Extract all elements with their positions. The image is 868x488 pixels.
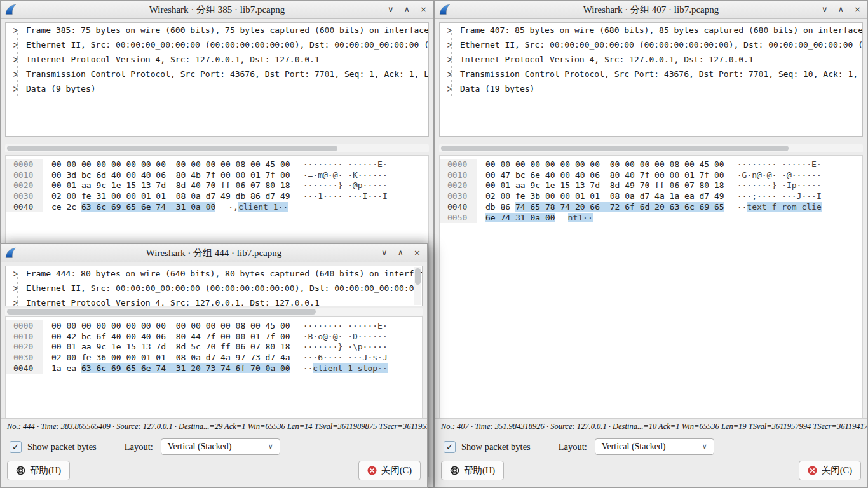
show-packet-bytes-checkbox[interactable]: ✓ [444, 441, 456, 453]
hex-row[interactable]: 001000 3d bc 6d 40 00 40 06 80 4b 7f 00 … [6, 170, 428, 180]
tree-row-label: Ethernet II, Src: 00:00:00_00:00:00 (00:… [26, 40, 429, 50]
close-button-label: 关闭(C) [822, 464, 852, 477]
hex-row[interactable]: 002000 01 aa 9c 1e 15 13 7d 8d 40 70 ff … [6, 180, 428, 191]
v-scrollbar-thumb[interactable] [415, 268, 421, 285]
maximize-button[interactable]: ∧ [398, 247, 404, 259]
close-window-button[interactable]: × [420, 4, 427, 15]
dialog-buttons: 帮助(H) 关闭(C) [7, 461, 421, 480]
hex-row[interactable]: 00506e 74 31 0a 00nt1·· [440, 212, 862, 223]
hex-offset: 0030 [440, 191, 477, 201]
packet-detail-tree: >Frame 385: 75 bytes on wire (600 bits),… [5, 22, 429, 137]
maximize-button[interactable]: ∧ [838, 4, 844, 15]
wireshark-logo-icon [4, 247, 17, 259]
hex-offset: 0010 [6, 331, 43, 342]
expand-chevron-icon[interactable]: > [13, 25, 22, 36]
maximize-button[interactable]: ∧ [404, 4, 410, 15]
expand-chevron-icon[interactable]: > [447, 39, 456, 50]
tree-row-ethernet[interactable]: >Ethernet II, Src: 00:00:00_00:00:00 (00… [6, 37, 428, 52]
hex-row[interactable]: 000000 00 00 00 00 00 00 00 00 00 00 00 … [6, 320, 422, 331]
horizontal-scrollbar[interactable] [5, 308, 423, 316]
expand-chevron-icon[interactable]: > [447, 25, 456, 36]
horizontal-scrollbar[interactable] [439, 144, 863, 152]
packet-status-line: No.: 444 · Time: 383.865565409 · Source:… [1, 418, 427, 431]
hex-row[interactable]: 00401a ea 63 6c 69 65 6e 74 31 20 73 74 … [6, 363, 422, 374]
expand-chevron-icon[interactable]: > [13, 283, 22, 294]
tree-row-data[interactable]: >Data (9 bytes) [6, 81, 428, 96]
titlebar[interactable]: Wireshark · 分组 407 · lib7.pcapng ∨ ∧ × [435, 1, 867, 19]
ascii-text: ···1···· ···I···I [303, 191, 388, 201]
expand-chevron-icon[interactable]: > [13, 54, 22, 65]
hex-row[interactable]: 002000 01 aa 9c 1e 15 13 7d 8d 49 70 ff … [440, 180, 862, 191]
vertical-scrollbar[interactable] [414, 267, 421, 305]
tree-row-label: Frame 385: 75 bytes on wire (600 bits), … [26, 25, 429, 35]
close-circle-icon [808, 466, 817, 475]
hex-row[interactable]: 003002 00 fe 3b 00 00 01 01 08 0a d7 4a … [440, 191, 862, 201]
checkmark-icon: ✓ [446, 443, 453, 451]
expand-chevron-icon[interactable]: > [447, 54, 456, 65]
expand-chevron-icon[interactable]: > [13, 83, 22, 94]
hex-row[interactable]: 002000 01 aa 9c 1e 15 13 7d 8d 5c 70 ff … [6, 342, 422, 353]
tree-row-ethernet[interactable]: >Ethernet II, Src: 00:00:00_00:00:00 (00… [440, 37, 862, 52]
hex-bytes-selected: 63 6c 69 65 6e 74 31 0a 00 [81, 202, 215, 212]
packet-detail-tree: >Frame 407: 85 bytes on wire (680 bits),… [439, 22, 863, 137]
hex-row[interactable]: 0040db 86 74 65 78 74 20 66 72 6f 6d 20 … [440, 201, 862, 212]
h-scrollbar-thumb[interactable] [7, 309, 316, 315]
expand-chevron-icon[interactable]: > [13, 268, 22, 279]
ascii-selected: nt1·· [568, 213, 593, 222]
hex-row[interactable]: 003002 00 fe 36 00 00 01 01 08 0a d7 4a … [6, 352, 422, 363]
tree-row-ethernet[interactable]: >Ethernet II, Src: 00:00:00_00:00:00 (00… [6, 281, 422, 295]
help-button[interactable]: 帮助(H) [441, 461, 504, 480]
tree-row-ip[interactable]: >Internet Protocol Version 4, Src: 127.0… [440, 52, 862, 67]
close-dialog-button[interactable]: 关闭(C) [799, 461, 861, 480]
hex-offset: 0010 [6, 170, 43, 180]
hex-offset: 0030 [6, 191, 43, 201]
hex-dump-panel: 000000 00 00 00 00 00 00 00 00 00 00 00 … [439, 155, 863, 419]
hex-bytes-selected: 6e 74 31 0a 00 [485, 213, 555, 222]
hex-row[interactable]: 000000 00 00 00 00 00 00 00 00 00 00 00 … [6, 159, 428, 170]
hex-row[interactable]: 001000 47 bc 6e 40 00 40 06 80 40 7f 00 … [440, 170, 862, 180]
tree-row-frame[interactable]: >Frame 444: 80 bytes on wire (640 bits),… [6, 266, 422, 281]
ascii-text: ···6···· ···J·s·J [303, 353, 388, 362]
minimize-button[interactable]: ∨ [381, 247, 388, 259]
window-controls: ∨ ∧ × [388, 4, 427, 15]
help-icon [16, 466, 25, 475]
close-dialog-button[interactable]: 关闭(C) [358, 461, 421, 480]
show-packet-bytes-label: Show packet bytes [461, 442, 531, 452]
expand-chevron-icon[interactable]: > [13, 297, 22, 306]
tree-row-data[interactable]: >Data (19 bytes) [440, 81, 862, 96]
hex-row[interactable]: 000000 00 00 00 00 00 00 00 00 00 00 00 … [440, 159, 862, 170]
tree-row-tcp[interactable]: >Transmission Control Protocol, Src Port… [440, 67, 862, 81]
close-window-button[interactable]: × [414, 247, 421, 259]
hex-bytes: 00 00 00 00 00 00 00 00 00 00 00 00 08 0… [51, 159, 290, 169]
h-scrollbar-thumb[interactable] [7, 146, 337, 151]
tree-row-ip[interactable]: >Internet Protocol Version 4, Src: 127.0… [6, 295, 422, 306]
layout-dropdown[interactable]: Vertical (Stacked) ∨ [161, 438, 280, 455]
hex-row[interactable]: 0040ce 2c 63 6c 69 65 6e 74 31 0a 00·,cl… [6, 201, 428, 212]
window-title: Wireshark · 分组 407 · lib7.pcapng [583, 4, 719, 16]
h-scrollbar-thumb[interactable] [441, 146, 789, 151]
tree-row-tcp[interactable]: >Transmission Control Protocol, Src Port… [6, 67, 428, 81]
tree-row-frame[interactable]: >Frame 407: 85 bytes on wire (680 bits),… [440, 23, 862, 37]
expand-chevron-icon[interactable]: > [447, 83, 456, 94]
expand-chevron-icon[interactable]: > [13, 69, 22, 79]
hex-offset: 0030 [6, 352, 43, 363]
hex-row[interactable]: 001000 42 bc 6f 40 00 40 06 80 44 7f 00 … [6, 331, 422, 342]
ascii-text: ·G·n@·@· ·@······ [737, 170, 822, 180]
tree-row-ip[interactable]: >Internet Protocol Version 4, Src: 127.0… [6, 52, 428, 67]
help-button-label: 帮助(H) [30, 464, 61, 477]
close-window-button[interactable]: × [854, 4, 861, 15]
minimize-button[interactable]: ∨ [822, 4, 828, 15]
ascii-selected: client 1 stop·· [313, 363, 387, 373]
layout-dropdown[interactable]: Vertical (Stacked) ∨ [595, 438, 714, 455]
expand-chevron-icon[interactable]: > [13, 39, 22, 50]
tree-row-frame[interactable]: >Frame 385: 75 bytes on wire (600 bits),… [6, 23, 428, 37]
expand-chevron-icon[interactable]: > [447, 69, 456, 79]
hex-row[interactable]: 003002 00 fe 31 00 00 01 01 08 0a d7 49 … [6, 191, 428, 201]
window-title: Wireshark · 分组 385 · lib7.pcapng [149, 4, 285, 16]
help-button[interactable]: 帮助(H) [7, 461, 70, 480]
show-packet-bytes-checkbox[interactable]: ✓ [10, 441, 22, 453]
titlebar[interactable]: Wireshark · 分组 385 · lib7.pcapng ∨ ∧ × [1, 1, 433, 19]
titlebar[interactable]: Wireshark · 分组 444 · lib7.pcapng ∨ ∧ × [1, 244, 427, 262]
minimize-button[interactable]: ∨ [388, 4, 394, 15]
horizontal-scrollbar[interactable] [5, 144, 429, 152]
